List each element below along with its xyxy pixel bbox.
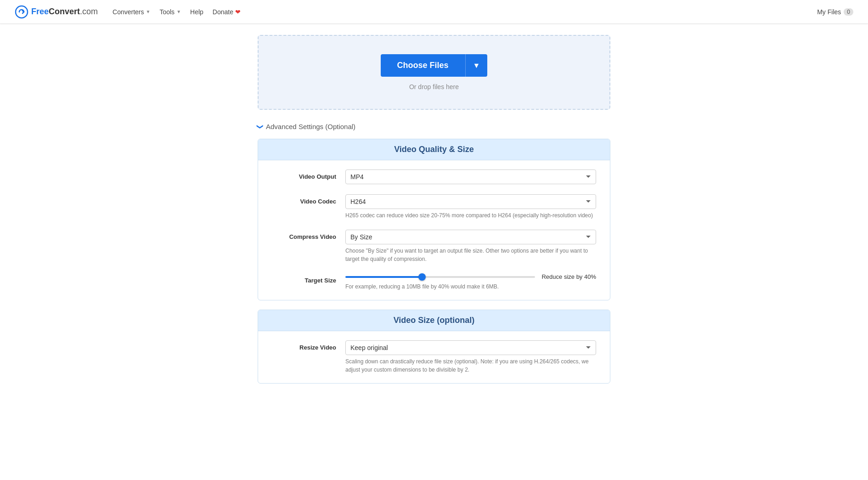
video-codec-hint: H265 codec can reduce video size 20-75% … (345, 211, 596, 220)
my-files-badge: 0 (844, 8, 853, 16)
brand-logo-link[interactable]: FreeConvert.com (15, 5, 98, 19)
video-codec-select[interactable]: H264 H265 VP8 VP9 (345, 194, 596, 209)
video-codec-control: H264 H265 VP8 VP9 H265 codec can reduce … (345, 194, 596, 220)
converters-chevron-icon: ▼ (146, 9, 151, 14)
advanced-chevron-icon: ❯ (257, 124, 264, 130)
brand-convert: Convert (49, 7, 80, 17)
drop-zone[interactable]: Choose Files ▼ Or drop files here (258, 35, 610, 110)
heart-icon: ❤ (235, 8, 241, 16)
choose-files-button[interactable]: Choose Files (381, 54, 465, 77)
main-content: Choose Files ▼ Or drop files here ❯ Adva… (250, 24, 618, 411)
video-codec-label: Video Codec (272, 194, 345, 205)
video-quality-card: Video Quality & Size Video Output MP4 MK… (258, 139, 610, 300)
brand-com: .com (80, 7, 98, 17)
svg-point-0 (16, 6, 28, 18)
target-size-row: Target Size Reduce size by 40% For examp… (272, 273, 596, 291)
advanced-settings-label: Advanced Settings (Optional) (266, 123, 355, 130)
choose-files-dropdown-button[interactable]: ▼ (465, 54, 488, 77)
compress-video-row: Compress Video By Size By Quality None C… (272, 230, 596, 263)
resize-video-row: Resize Video Keep original Custom 720p 1… (272, 340, 596, 374)
nav-help[interactable]: Help (190, 8, 203, 16)
my-files[interactable]: My Files 0 (817, 8, 853, 16)
target-size-slider[interactable] (345, 276, 535, 278)
target-size-hint: For example, reducing a 10MB file by 40%… (345, 282, 596, 291)
advanced-settings-toggle[interactable]: ❯ Advanced Settings (Optional) (258, 123, 610, 130)
resize-video-hint: Scaling down can drastically reduce file… (345, 357, 596, 374)
video-quality-body: Video Output MP4 MKV AVI MOV WEBM FLV Vi… (258, 160, 610, 300)
target-size-control: Reduce size by 40% For example, reducing… (345, 273, 596, 291)
video-size-card: Video Size (optional) Resize Video Keep … (258, 310, 610, 384)
choose-files-row: Choose Files ▼ (268, 54, 600, 77)
brand-logo-icon (15, 5, 28, 19)
slider-row: Reduce size by 40% (345, 273, 596, 280)
video-size-header: Video Size (optional) (258, 310, 610, 331)
target-size-label: Target Size (272, 273, 345, 284)
nav-donate[interactable]: Donate ❤ (213, 8, 241, 16)
navbar: FreeConvert.com Converters ▼ Tools ▼ Hel… (0, 0, 868, 24)
resize-video-control: Keep original Custom 720p 1080p 480p 360… (345, 340, 596, 374)
tools-chevron-icon: ▼ (176, 9, 181, 14)
resize-video-select[interactable]: Keep original Custom 720p 1080p 480p 360… (345, 340, 596, 355)
compress-video-label: Compress Video (272, 230, 345, 240)
video-output-label: Video Output (272, 169, 345, 180)
compress-video-hint: Choose "By Size" if you want to target a… (345, 247, 596, 263)
video-output-control: MP4 MKV AVI MOV WEBM FLV (345, 169, 596, 184)
resize-video-label: Resize Video (272, 340, 345, 351)
video-size-body: Resize Video Keep original Custom 720p 1… (258, 331, 610, 383)
video-output-select[interactable]: MP4 MKV AVI MOV WEBM FLV (345, 169, 596, 184)
nav-tools[interactable]: Tools ▼ (159, 8, 181, 16)
brand-free: Free (31, 7, 49, 17)
target-size-reduce-label: Reduce size by 40% (541, 273, 596, 280)
compress-video-control: By Size By Quality None Choose "By Size"… (345, 230, 596, 263)
video-output-row: Video Output MP4 MKV AVI MOV WEBM FLV (272, 169, 596, 184)
video-quality-header: Video Quality & Size (258, 139, 610, 160)
nav-converters[interactable]: Converters ▼ (113, 8, 150, 16)
video-codec-row: Video Codec H264 H265 VP8 VP9 H265 codec… (272, 194, 596, 220)
dropdown-arrow-icon: ▼ (473, 62, 480, 70)
compress-video-select[interactable]: By Size By Quality None (345, 230, 596, 244)
nav-links: Converters ▼ Tools ▼ Help Donate ❤ (113, 8, 817, 16)
drop-text: Or drop files here (268, 83, 600, 90)
